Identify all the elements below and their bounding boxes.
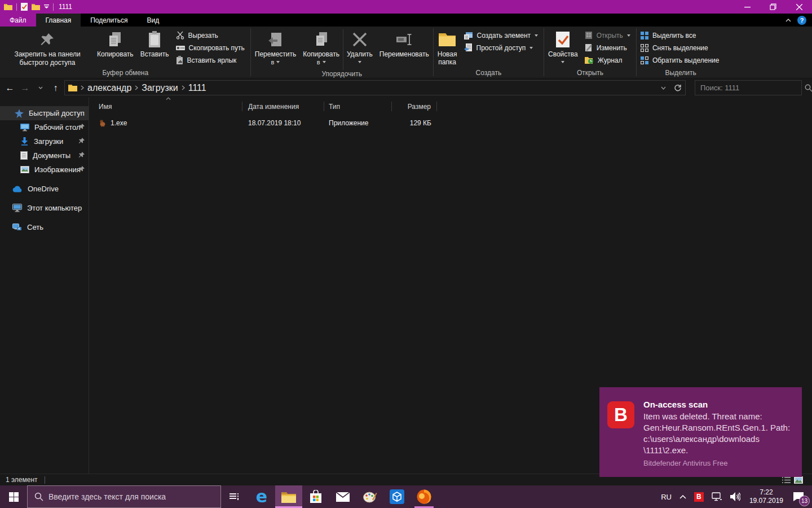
tab-share[interactable]: Поделиться <box>81 14 137 27</box>
copy-to-suffix: в <box>317 59 320 65</box>
dropdown-caret-icon <box>627 34 630 37</box>
copy-to-button[interactable]: Копировать в <box>299 28 343 66</box>
column-header-type[interactable]: Тип <box>324 102 392 111</box>
create-small-buttons: Создать элемент Простой доступ <box>461 28 544 52</box>
sidebar-item-network[interactable]: Сеть <box>0 220 89 234</box>
refresh-icon[interactable] <box>670 84 685 92</box>
minimize-button[interactable] <box>734 0 760 14</box>
sidebar-item-onedrive[interactable]: OneDrive <box>0 182 89 196</box>
dropdown-caret-icon <box>323 61 326 63</box>
sidebar-item-desktop[interactable]: Рабочий стол <box>0 120 89 134</box>
start-button[interactable] <box>0 485 27 508</box>
action-center-button[interactable]: 13 <box>788 485 812 508</box>
bitdefender-tray-icon[interactable]: B <box>690 485 708 508</box>
details-view-button[interactable] <box>782 476 791 484</box>
ribbon-home: Закрепить на панели быстрого доступа Коп… <box>0 27 812 78</box>
notification-title: On-access scan <box>643 400 708 409</box>
rename-button[interactable]: Переименовать <box>376 28 433 58</box>
notification-source: Bitdefender Antivirus Free <box>643 459 728 467</box>
taskbar-clock[interactable]: 7:22 19.07.2019 <box>744 488 788 505</box>
task-view-button[interactable] <box>221 485 248 508</box>
desktop-icon <box>20 124 29 132</box>
open-button[interactable]: Открыть <box>585 30 630 40</box>
table-row[interactable]: 1.exe 18.07.2019 18:10 Приложение 129 КБ <box>89 117 812 129</box>
taskbar-store-icon[interactable] <box>302 485 329 508</box>
new-folder-qat-button[interactable] <box>32 3 40 10</box>
search-icon[interactable] <box>805 84 812 92</box>
delete-button[interactable]: Удалить <box>343 28 376 66</box>
column-header-name[interactable]: Имя <box>89 102 242 111</box>
invert-selection-icon <box>641 56 648 64</box>
move-to-button[interactable]: Переместить в <box>251 28 300 66</box>
history-button[interactable]: Журнал <box>585 55 630 65</box>
window-controls <box>734 0 812 14</box>
tab-view[interactable]: Вид <box>137 14 169 27</box>
close-button[interactable] <box>786 0 812 14</box>
sidebar-item-this-pc[interactable]: Этот компьютер <box>0 201 89 215</box>
show-hidden-icons-chevron[interactable] <box>676 485 690 508</box>
this-pc-icon <box>12 204 22 212</box>
cut-button[interactable]: Вырезать <box>176 30 245 40</box>
breadcrumb-item[interactable]: 1111 <box>185 81 210 95</box>
address-dropdown-chevron-icon[interactable] <box>656 86 670 90</box>
select-all-icon <box>641 32 648 40</box>
properties-button[interactable]: Свойства <box>545 28 581 66</box>
volume-tray-icon[interactable] <box>726 485 744 508</box>
address-bar[interactable]: александр Загрузки 1111 <box>64 80 686 95</box>
forward-button[interactable]: → <box>17 81 33 95</box>
collapse-ribbon-icon[interactable] <box>785 19 791 22</box>
edit-button[interactable]: Изменить <box>585 43 630 52</box>
copy-button[interactable]: Копировать <box>94 28 137 58</box>
explorer-search-input[interactable] <box>695 84 805 92</box>
bitdefender-notification[interactable]: B On-access scan Item was deleted. Threa… <box>599 387 802 477</box>
network-tray-icon[interactable] <box>708 485 726 508</box>
help-icon[interactable]: ? <box>797 16 806 25</box>
language-indicator[interactable]: RU <box>657 485 676 508</box>
recent-locations-chevron-icon[interactable] <box>33 81 48 95</box>
sidebar-item-quick-access[interactable]: Быстрый доступ <box>0 106 89 120</box>
paste-shortcut-button[interactable]: Вставить ярлык <box>176 55 245 65</box>
invert-selection-button[interactable]: Обратить выделение <box>641 55 720 65</box>
dropdown-caret-icon <box>276 61 280 63</box>
customize-qat-chevron-icon[interactable] <box>44 5 49 9</box>
restore-button[interactable] <box>760 0 786 14</box>
taskbar-edge-icon[interactable]: e <box>248 485 275 508</box>
explorer-search-box[interactable] <box>695 80 802 95</box>
cut-label: Вырезать <box>188 32 218 40</box>
location-folder-icon[interactable] <box>65 81 81 95</box>
select-all-button[interactable]: Выделить все <box>641 30 720 40</box>
breadcrumb-item[interactable]: александр <box>84 81 135 95</box>
sidebar-item-label: Загрузки <box>34 137 63 146</box>
taskbar-file-explorer-icon[interactable] <box>275 485 302 508</box>
pin-to-quick-access-button[interactable]: Закрепить на панели быстрого доступа <box>1 28 94 67</box>
sidebar-item-downloads[interactable]: Загрузки <box>0 134 89 148</box>
tab-file[interactable]: Файл <box>0 14 36 27</box>
easy-access-button[interactable]: Простой доступ <box>464 43 539 52</box>
column-header-size[interactable]: Размер <box>392 102 437 111</box>
column-headers: Имя Дата изменения Тип Размер <box>89 100 812 113</box>
paste-button[interactable]: Вставить <box>137 28 173 58</box>
new-item-button[interactable]: Создать элемент <box>464 30 539 40</box>
column-header-date[interactable]: Дата изменения <box>242 102 324 111</box>
ribbon-controls: ? <box>785 14 812 27</box>
taskbar-paint-icon[interactable] <box>356 485 383 508</box>
large-icons-view-button[interactable] <box>794 476 803 484</box>
copy-path-button[interactable]: Скопировать путь <box>176 43 245 52</box>
select-none-button[interactable]: Снять выделение <box>641 43 720 52</box>
taskbar-mail-icon[interactable] <box>329 485 356 508</box>
sidebar-item-documents[interactable]: Документы <box>0 148 89 163</box>
new-folder-button[interactable]: Новая папка <box>434 28 461 66</box>
sidebar-item-pictures[interactable]: Изображения <box>0 163 89 177</box>
taskbar-firefox-icon[interactable] <box>411 485 438 508</box>
tab-home[interactable]: Главная <box>36 14 81 27</box>
properties-qat-button[interactable] <box>21 3 28 11</box>
copy-icon <box>108 29 122 50</box>
taskbar-search-input[interactable] <box>48 492 214 501</box>
back-button[interactable]: ← <box>2 81 17 95</box>
sidebar-item-label: Изображения <box>34 165 81 174</box>
taskbar-search-box[interactable] <box>27 485 221 508</box>
taskbar-3d-viewer-icon[interactable] <box>383 485 411 508</box>
up-button[interactable]: ↑ <box>48 81 63 95</box>
sidebar-item-label: Сеть <box>27 223 43 231</box>
breadcrumb-item[interactable]: Загрузки <box>138 81 181 95</box>
